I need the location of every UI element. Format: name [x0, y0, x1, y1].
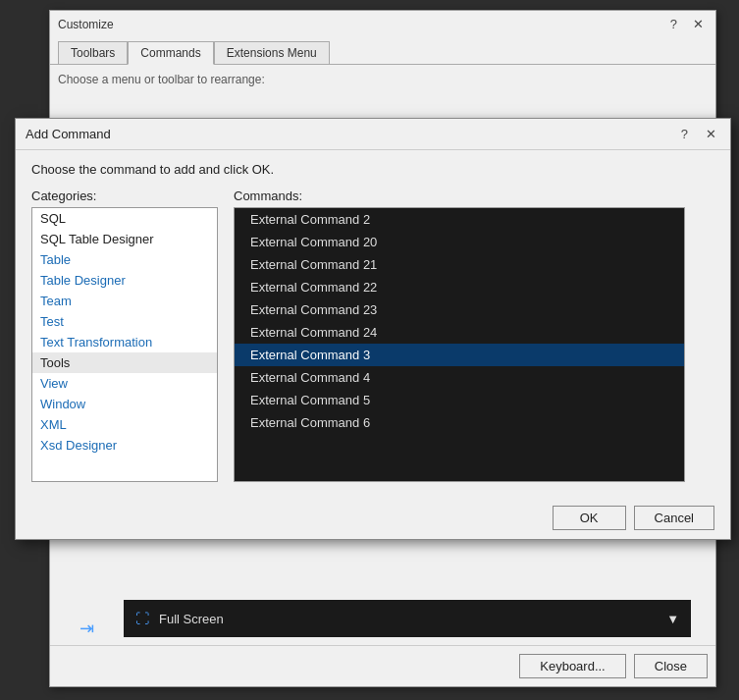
- columns-container: Categories: SQL SQL Table Designer Table…: [31, 188, 714, 482]
- category-table[interactable]: Table: [32, 249, 217, 270]
- sidebar-icon: ⇥: [79, 618, 94, 639]
- category-xml[interactable]: XML: [32, 414, 217, 435]
- tab-commands[interactable]: Commands: [128, 41, 213, 65]
- customize-content: Choose a menu or toolbar to rearrange:: [50, 65, 715, 94]
- categories-label: Categories:: [31, 188, 218, 203]
- command-external-2[interactable]: External Command 2: [235, 208, 684, 231]
- fullscreen-area: ⛶ Full Screen ▼: [124, 600, 691, 637]
- category-text-transformation[interactable]: Text Transformation: [32, 332, 217, 352]
- customize-title: Customize: [58, 18, 114, 31]
- cancel-button[interactable]: Cancel: [634, 506, 714, 530]
- ok-button[interactable]: OK: [553, 506, 626, 530]
- dialog-title: Add Command: [26, 127, 111, 141]
- dialog-close-button[interactable]: ✕: [702, 127, 720, 141]
- category-window[interactable]: Window: [32, 394, 217, 414]
- category-xsd-designer[interactable]: Xsd Designer: [32, 435, 217, 456]
- customize-titlebar: Customize ? ✕: [50, 11, 715, 37]
- fullscreen-icon: ⛶: [135, 611, 149, 626]
- fullscreen-dropdown[interactable]: ▼: [666, 612, 679, 626]
- category-test[interactable]: Test: [32, 311, 217, 332]
- command-external-24[interactable]: External Command 24: [235, 321, 684, 344]
- dialog-footer: OK Cancel: [16, 494, 730, 538]
- command-external-4[interactable]: External Command 4: [235, 366, 684, 389]
- category-sql-table-designer[interactable]: SQL Table Designer: [32, 229, 217, 249]
- customize-title-buttons: ? ✕: [666, 17, 708, 31]
- dialog-titlebar: Add Command ? ✕: [16, 119, 730, 150]
- customize-tabs: Toolbars Commands Extensions Menu: [50, 37, 715, 65]
- category-sql[interactable]: SQL: [32, 208, 217, 229]
- tab-extensions-menu[interactable]: Extensions Menu: [214, 41, 330, 64]
- command-external-22[interactable]: External Command 22: [235, 276, 684, 298]
- fullscreen-label: Full Screen: [159, 612, 224, 626]
- instruction-text: Choose the command to add and click OK.: [31, 162, 714, 177]
- command-external-6[interactable]: External Command 6: [235, 411, 684, 434]
- tab-toolbars[interactable]: Toolbars: [58, 41, 128, 64]
- dialog-help-button[interactable]: ?: [677, 127, 692, 141]
- customize-bottom-bar: Keyboard... Close: [50, 645, 715, 686]
- categories-list[interactable]: SQL SQL Table Designer Table Table Desig…: [31, 207, 218, 482]
- commands-list[interactable]: External Command 2 External Command 20 E…: [234, 207, 685, 482]
- dialog-body: Choose the command to add and click OK. …: [16, 150, 730, 494]
- commands-column: Commands: External Command 2 External Co…: [234, 188, 685, 482]
- category-table-designer[interactable]: Table Designer: [32, 270, 217, 291]
- dialog-title-buttons: ? ✕: [677, 127, 720, 141]
- command-external-3[interactable]: External Command 3: [235, 344, 684, 366]
- command-external-20[interactable]: External Command 20: [235, 231, 684, 253]
- keyboard-button[interactable]: Keyboard...: [519, 654, 626, 678]
- add-command-dialog: Add Command ? ✕ Choose the command to ad…: [15, 118, 731, 540]
- rearrange-label: Choose a menu or toolbar to rearrange:: [58, 73, 265, 86]
- category-team[interactable]: Team: [32, 291, 217, 311]
- category-tools[interactable]: Tools: [32, 352, 217, 373]
- command-external-23[interactable]: External Command 23: [235, 298, 684, 321]
- customize-close-button[interactable]: ✕: [689, 17, 708, 31]
- categories-column: Categories: SQL SQL Table Designer Table…: [31, 188, 218, 482]
- command-external-5[interactable]: External Command 5: [235, 389, 684, 411]
- customize-help-button[interactable]: ?: [666, 17, 681, 31]
- close-button[interactable]: Close: [634, 654, 708, 678]
- commands-label: Commands:: [234, 188, 685, 203]
- command-external-21[interactable]: External Command 21: [235, 253, 684, 276]
- category-view[interactable]: View: [32, 373, 217, 394]
